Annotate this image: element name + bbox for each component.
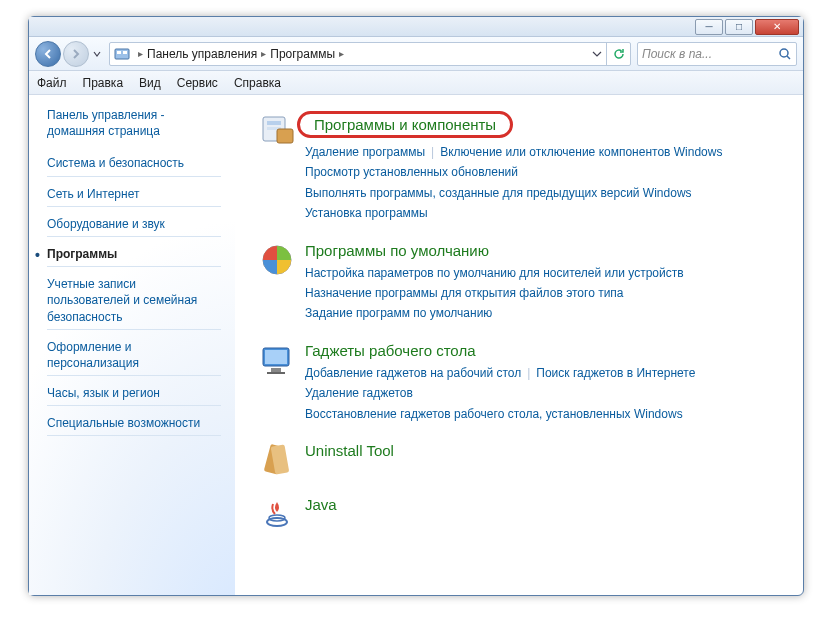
section-title[interactable]: Гаджеты рабочего стола (305, 342, 475, 359)
menu-file[interactable]: Файл (37, 76, 67, 90)
link[interactable]: Установка программы (305, 206, 428, 220)
sidebar-item-users[interactable]: Учетные записи пользователей и семейная … (47, 274, 221, 330)
link[interactable]: Добавление гаджетов на рабочий стол (305, 366, 521, 380)
breadcrumb-part-2[interactable]: Программы (270, 47, 335, 61)
menu-view[interactable]: Вид (139, 76, 161, 90)
sidebar-item-accessibility[interactable]: Специальные возможности (47, 413, 221, 436)
sidebar-item-system[interactable]: Система и безопасность (47, 153, 221, 176)
search-placeholder: Поиск в па... (642, 47, 712, 61)
back-button[interactable] (35, 41, 61, 67)
java-icon (259, 496, 295, 532)
menu-edit[interactable]: Правка (83, 76, 124, 90)
breadcrumb[interactable]: ▸ Панель управления ▸ Программы ▸ (109, 42, 631, 66)
navigation-bar: ▸ Панель управления ▸ Программы ▸ Поиск … (29, 37, 803, 71)
sidebar-item-network[interactable]: Сеть и Интернет (47, 184, 221, 207)
link[interactable]: Назначение программы для открытия файлов… (305, 286, 624, 300)
sidebar-item-hardware[interactable]: Оборудование и звук (47, 214, 221, 237)
svg-rect-12 (271, 368, 281, 372)
sidebar-item-appearance[interactable]: Оформление и персонализация (47, 337, 221, 376)
section-title[interactable]: Java (305, 496, 337, 513)
section-desktop-gadgets: Гаджеты рабочего стола Добавление гаджет… (259, 342, 783, 424)
svg-point-3 (780, 49, 788, 57)
control-panel-icon (114, 46, 130, 62)
svg-rect-8 (277, 129, 293, 143)
breadcrumb-dropdown-icon[interactable] (592, 49, 602, 59)
section-title[interactable]: Программы и компоненты (297, 111, 513, 138)
link[interactable]: Настройка параметров по умолчанию для но… (305, 266, 684, 280)
uninstall-tool-icon (259, 442, 295, 478)
link[interactable]: Задание программ по умолчанию (305, 306, 492, 320)
default-programs-icon (259, 242, 295, 278)
breadcrumb-part-1[interactable]: Панель управления (147, 47, 257, 61)
link[interactable]: Восстановление гаджетов рабочего стола, … (305, 407, 683, 421)
svg-rect-11 (265, 350, 287, 364)
breadcrumb-sep-icon: ▸ (261, 48, 266, 59)
search-input[interactable]: Поиск в па... (637, 42, 797, 66)
forward-button[interactable] (63, 41, 89, 67)
link[interactable]: Включение или отключение компонентов Win… (440, 145, 722, 159)
programs-features-icon (259, 111, 295, 147)
section-uninstall-tool: Uninstall Tool (259, 442, 783, 478)
titlebar: ─ □ ✕ (29, 17, 803, 37)
breadcrumb-sep-icon: ▸ (138, 48, 143, 59)
sidebar-item-clock[interactable]: Часы, язык и регион (47, 383, 221, 406)
breadcrumb-sep-icon: ▸ (339, 48, 344, 59)
window-body: Панель управления - домашняя страница Си… (29, 95, 803, 595)
content-area: Программы и компоненты Удаление программ… (235, 95, 803, 595)
link[interactable]: Удаление программы (305, 145, 425, 159)
history-dropdown-icon[interactable] (93, 47, 101, 61)
minimize-button[interactable]: ─ (695, 19, 723, 35)
search-icon (778, 47, 792, 61)
section-title[interactable]: Программы по умолчанию (305, 242, 489, 259)
menu-help[interactable]: Справка (234, 76, 281, 90)
refresh-button[interactable] (606, 42, 630, 66)
svg-rect-13 (267, 372, 285, 374)
link[interactable]: Поиск гаджетов в Интернете (536, 366, 695, 380)
section-programs-features: Программы и компоненты Удаление программ… (259, 111, 783, 224)
sidebar-item-programs[interactable]: Программы (47, 244, 221, 267)
sidebar-home-link[interactable]: Панель управления - домашняя страница (47, 107, 235, 139)
menu-bar: Файл Правка Вид Сервис Справка (29, 71, 803, 95)
link[interactable]: Просмотр установленных обновлений (305, 165, 518, 179)
svg-line-4 (787, 56, 790, 59)
svg-rect-2 (123, 51, 127, 54)
link[interactable]: Удаление гаджетов (305, 386, 413, 400)
menu-service[interactable]: Сервис (177, 76, 218, 90)
control-panel-window: ─ □ ✕ ▸ Панель управления ▸ Программы ▸ (28, 16, 804, 596)
link[interactable]: Выполнять программы, созданные для преды… (305, 186, 692, 200)
section-java: Java (259, 496, 783, 532)
svg-rect-1 (117, 51, 121, 54)
desktop-gadgets-icon (259, 342, 295, 378)
maximize-button[interactable]: □ (725, 19, 753, 35)
close-button[interactable]: ✕ (755, 19, 799, 35)
svg-rect-6 (267, 121, 281, 125)
sidebar: Панель управления - домашняя страница Си… (29, 95, 235, 595)
section-title[interactable]: Uninstall Tool (305, 442, 394, 459)
section-default-programs: Программы по умолчанию Настройка парамет… (259, 242, 783, 324)
